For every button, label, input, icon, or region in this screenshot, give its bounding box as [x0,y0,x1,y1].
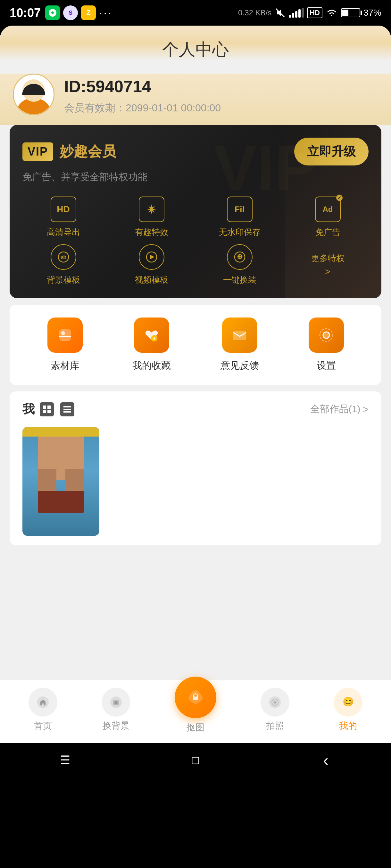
watermark-icon: Fil [227,196,253,222]
works-all-link[interactable]: 全部作品(1) > [310,403,368,416]
vip-feature-effects[interactable]: 有趣特效 [111,196,192,238]
svg-point-26 [114,701,118,705]
nav-item-background[interactable]: 换背景 [102,688,131,732]
tab-icon-list[interactable] [60,402,74,416]
home-icon [29,688,57,717]
battery-percent: 37% [363,8,381,18]
membership-expiry: 会员有效期：2099-01-01 00:00:00 [64,101,378,115]
more-dots: ··· [99,6,112,20]
app-icon-soul: S [63,5,78,20]
cutout-label: 抠图 [187,721,204,734]
home-label: 首页 [34,720,52,732]
vip-feature-watermark[interactable]: Fil 无水印保存 [199,196,280,238]
header: 个人中心 [0,26,391,61]
svg-rect-19 [48,410,51,413]
vip-subtitle: 免广告、并享受全部特权功能 [22,170,368,184]
android-home-btn[interactable]: □ [186,753,205,767]
wifi-icon [326,8,338,18]
nav-item-home[interactable]: 首页 [29,688,57,732]
android-back-btn[interactable]: ‹ [316,751,336,769]
feedback-icon [222,317,257,353]
effects-icon [139,196,164,222]
vip-features-row1: HD 高清导出 有趣特效 Fil 无水印保存 Ad ✓ [22,196,368,238]
favorite-icon: ★ [134,317,169,353]
vip-feature-noad[interactable]: Ad ✓ 免广告 [287,196,368,238]
vip-feature-hd[interactable]: HD 高清导出 [22,196,104,238]
app-icon-green [45,5,60,20]
noad-label: 免广告 [315,226,340,238]
svg-text:ab: ab [60,254,66,259]
tab-icon-grid[interactable] [40,402,54,416]
video-template-label: 视频模板 [135,274,168,285]
profile-section: ID:5940714 会员有效期：2099-01-01 00:00:00 [0,73,391,125]
network-speed: 0.32 KB/s [238,8,272,17]
svg-rect-8 [59,329,71,341]
bg-template-label: 背景模板 [47,274,80,285]
works-header: 我 全部作品(1) > [22,401,368,417]
works-tabs [40,402,74,416]
svg-rect-13 [233,331,246,340]
background-icon [102,688,131,717]
vip-features-row2: ab 背景模板 视频模板 ⊕ 一键换装 更多特权 [22,244,368,285]
outfit-icon: ⊕ [227,244,253,270]
material-label: 素材库 [51,359,80,372]
page-title: 个人中心 [13,38,378,61]
noad-icon: Ad ✓ [315,196,341,222]
svg-point-27 [194,694,197,697]
profile-info: ID:5940714 会员有效期：2099-01-01 00:00:00 [64,73,378,115]
more-arrow: > [325,267,330,277]
work-thumbnail [22,427,99,536]
svg-point-30 [273,701,277,704]
outfit-label: 一键换装 [223,274,256,285]
nav-item-photo[interactable]: 拍照 [260,688,289,732]
works-grid [22,427,368,536]
android-menu-btn[interactable]: ☰ [55,753,75,767]
svg-marker-5 [150,255,155,259]
nav-item-mine[interactable]: 😊 我的 [334,688,362,732]
vip-feature-outfit[interactable]: ⊕ 一键换装 [199,244,280,285]
more-text: 更多特权 [311,253,344,264]
hd-label: 高清导出 [47,226,80,238]
material-icon [48,317,83,353]
svg-rect-18 [43,410,46,413]
video-template-icon [139,244,164,270]
vip-feature-video-template[interactable]: 视频模板 [111,244,192,285]
svg-text:★: ★ [152,336,156,341]
status-app-icons: S Z ··· [45,5,112,20]
quick-item-material[interactable]: 素材库 [48,317,83,372]
vip-more-features[interactable]: 更多特权 > [287,244,368,285]
vip-top: VIP 妙趣会员 立即升级 [22,137,368,165]
battery-icon [341,8,360,17]
quick-access-section: 素材库 ★ 我的收藏 意见反馈 [9,305,381,385]
app-content: 个人中心 ID:5940714 会员有效期：2099-01-01 00:00:0… [0,26,391,777]
works-arrow: > [363,404,368,415]
watermark-label: 无水印保存 [219,226,260,238]
phone-container: 10:07 S Z ··· 0.32 KB/s [0,0,391,868]
quick-item-settings[interactable]: 设置 [309,317,344,372]
signal-bars [289,8,304,18]
status-bar: 10:07 S Z ··· 0.32 KB/s [0,0,391,26]
android-nav: ☰ □ ‹ [0,743,391,777]
status-right: 0.32 KB/s HD 3 [238,7,381,18]
vip-feature-bg-template[interactable]: ab 背景模板 [22,244,104,285]
user-id: ID:5940714 [64,77,378,96]
vip-upgrade-button[interactable]: 立即升级 [294,137,368,165]
photo-label: 拍照 [266,720,284,732]
svg-rect-22 [63,411,71,412]
nav-item-cutout[interactable]: 抠图 [175,686,216,734]
quick-icons-row: 素材库 ★ 我的收藏 意见反馈 [22,317,368,372]
mute-icon [275,7,285,18]
bg-template-icon: ab [51,244,76,270]
svg-rect-20 [63,406,71,407]
mine-icon: 😊 [334,688,362,717]
quick-item-favorite[interactable]: ★ 我的收藏 [132,317,171,372]
works-title: 我 [22,401,35,417]
vip-name: 妙趣会员 [60,142,116,161]
hd-icon: HD [51,196,76,222]
vip-badge: VIP [22,143,53,161]
work-thumbnail-item[interactable] [22,427,99,536]
vip-title-area: VIP 妙趣会员 [22,142,116,161]
quick-item-feedback[interactable]: 意见反馈 [221,317,259,372]
settings-icon [309,317,344,353]
avatar[interactable] [13,73,55,115]
